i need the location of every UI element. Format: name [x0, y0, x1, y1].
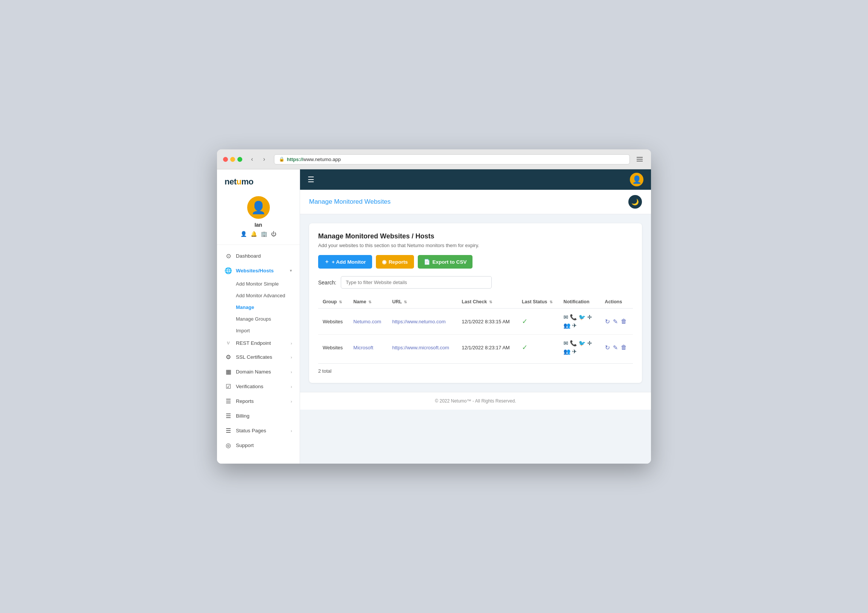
browser-menu-button[interactable] — [634, 154, 645, 164]
maximize-button[interactable] — [237, 157, 242, 162]
cell-status-1: ✓ — [518, 308, 559, 334]
export-csv-button[interactable]: 📄 Export to CSV — [418, 255, 473, 269]
name-link-2[interactable]: Microsoft — [353, 345, 373, 350]
url-link-2[interactable]: https://www.microsoft.com — [392, 345, 449, 350]
twitter-notif-icon-1[interactable]: 🐦 — [578, 314, 586, 320]
telegram-notif-icon-2[interactable]: ✈ — [572, 348, 577, 355]
status-ok-icon-2: ✓ — [522, 344, 528, 351]
sidebar-item-rest[interactable]: ⑂ REST Endpoint › — [217, 336, 300, 350]
sidebar-item-websites[interactable]: 🌐 Websites/Hosts ▾ — [217, 263, 300, 278]
status-ok-icon-1: ✓ — [522, 317, 528, 325]
sort-laststatus-icon[interactable]: ⇅ — [549, 300, 552, 304]
avatar[interactable]: 👤 — [247, 196, 270, 219]
sort-name-icon[interactable]: ⇅ — [368, 300, 371, 304]
users-notif-icon-1[interactable]: 👥 — [563, 322, 570, 329]
twitter-notif-icon-2[interactable]: 🐦 — [578, 340, 586, 347]
minimize-button[interactable] — [230, 157, 235, 162]
topbar-menu-icon[interactable]: ☰ — [308, 175, 315, 184]
refresh-icon-2[interactable]: ↻ — [605, 344, 610, 351]
verifications-icon: ☑ — [225, 383, 232, 390]
reports-icon: ☰ — [225, 398, 232, 405]
sidebar-item-label-ssl: SSL Certificates — [236, 354, 272, 360]
data-table: Group ⇅ Name ⇅ URL ⇅ — [318, 296, 633, 360]
action-icons-1: ↻ ✎ 🗑 — [605, 318, 628, 325]
refresh-icon-1[interactable]: ↻ — [605, 318, 610, 325]
add-monitor-label: + Add Monitor — [332, 259, 366, 265]
forward-button[interactable]: › — [259, 154, 270, 164]
cell-notification-1: ✉ 📞 🐦 ✛ 👥 ✈ — [559, 308, 600, 334]
edit-icon-2[interactable]: ✎ — [613, 344, 618, 351]
card-subtitle: Add your websites to this section so tha… — [318, 243, 633, 248]
sidebar-item-reports[interactable]: ☰ Reports › — [217, 394, 300, 409]
sidebar-item-billing[interactable]: ☰ Billing — [217, 409, 300, 423]
page-title: Manage Monitored Websites — [309, 198, 391, 206]
back-button[interactable]: ‹ — [247, 154, 257, 164]
email-notif-icon-2[interactable]: ✉ — [563, 340, 568, 347]
sidebar-subitem-manage[interactable]: Manage — [217, 302, 300, 313]
sidebar-logo: netumo — [217, 169, 300, 190]
name-link-1[interactable]: Netumo.com — [353, 319, 381, 324]
search-input[interactable] — [341, 276, 492, 289]
cell-name-2: Microsoft — [349, 334, 388, 361]
dashboard-icon: ⊙ — [225, 252, 232, 260]
plus-notif-icon-1[interactable]: ✛ — [587, 314, 592, 320]
sidebar-item-label-support: Support — [236, 443, 254, 448]
chevron-right-icon-reports: › — [291, 399, 292, 404]
dark-mode-button[interactable]: 🌙 — [628, 195, 642, 209]
burger-line-2 — [637, 159, 643, 159]
sidebar-subitem-add-advanced[interactable]: Add Monitor Advanced — [217, 290, 300, 302]
sidebar-subitem-add-simple[interactable]: Add Monitor Simple — [217, 278, 300, 290]
sidebar-item-support[interactable]: ◎ Support — [217, 438, 300, 453]
sidebar-subitem-manage-groups[interactable]: Manage Groups — [217, 313, 300, 325]
total-count: 2 total — [318, 368, 331, 374]
email-notif-icon-1[interactable]: ✉ — [563, 314, 568, 320]
sidebar-item-status-pages[interactable]: ☰ Status Pages › — [217, 423, 300, 438]
address-bar[interactable]: 🔒 https://www.netumo.app — [274, 154, 630, 164]
user-profile-icon[interactable]: 👤 — [240, 231, 247, 237]
sidebar-item-dashboard[interactable]: ⊙ Dashboard — [217, 249, 300, 263]
sidebar-subitem-label-add-advanced: Add Monitor Advanced — [236, 293, 285, 299]
sidebar-item-domain[interactable]: ▦ Domain Names › — [217, 364, 300, 379]
sidebar-subitem-import[interactable]: Import — [217, 325, 300, 336]
add-monitor-button[interactable]: ＋ + Add Monitor — [318, 255, 372, 269]
cell-url-1: https://www.netumo.com — [388, 308, 457, 334]
phone-notif-icon-1[interactable]: 📞 — [570, 314, 577, 320]
search-label: Search: — [318, 280, 336, 286]
edit-icon-1[interactable]: ✎ — [613, 318, 618, 325]
sidebar-item-ssl[interactable]: ⚙ SSL Certificates › — [217, 350, 300, 364]
topbar-avatar[interactable]: 👤 — [630, 173, 643, 186]
url-link-1[interactable]: https://www.netumo.com — [392, 319, 446, 324]
delete-icon-1[interactable]: 🗑 — [621, 318, 627, 325]
card-actions: ＋ + Add Monitor ◉ Reports 📄 Export to CS… — [318, 255, 633, 269]
delete-icon-2[interactable]: 🗑 — [621, 344, 627, 351]
sidebar-item-label-billing: Billing — [236, 413, 250, 419]
sort-group-icon[interactable]: ⇅ — [339, 300, 342, 304]
ssl-icon: ⚙ — [225, 353, 232, 361]
power-icon[interactable]: ⏻ — [271, 231, 276, 237]
org-icon[interactable]: 🏢 — [261, 231, 267, 237]
reports-label: Reports — [389, 259, 408, 265]
phone-notif-icon-2[interactable]: 📞 — [570, 340, 577, 347]
users-notif-icon-2[interactable]: 👥 — [563, 348, 570, 355]
user-actions: 👤 🔔 🏢 ⏻ — [240, 231, 276, 237]
reports-button[interactable]: ◉ Reports — [376, 255, 414, 269]
table-header-row: Group ⇅ Name ⇅ URL ⇅ — [318, 296, 633, 308]
sidebar: netumo 👤 Ian 👤 🔔 🏢 ⏻ ⊙ Dashboard — [217, 169, 300, 464]
sidebar-subitem-label-manage-groups: Manage Groups — [236, 316, 271, 322]
sidebar-item-label-verifications: Verifications — [236, 384, 264, 389]
close-button[interactable] — [223, 157, 228, 162]
sort-lastcheck-icon[interactable]: ⇅ — [489, 300, 492, 304]
footer-text: © 2022 Netumo™ - All Rights Reserved. — [435, 398, 516, 404]
rest-icon: ⑂ — [225, 340, 232, 346]
sidebar-user: 👤 Ian 👤 🔔 🏢 ⏻ — [217, 190, 300, 245]
main-body: Manage Monitored Websites / Hosts Add yo… — [300, 214, 651, 392]
cell-notification-2: ✉ 📞 🐦 ✛ 👥 ✈ — [559, 334, 600, 361]
sort-url-icon[interactable]: ⇅ — [404, 300, 407, 304]
cell-actions-2: ↻ ✎ 🗑 — [600, 334, 633, 361]
action-icons-2: ↻ ✎ 🗑 — [605, 344, 628, 351]
telegram-notif-icon-1[interactable]: ✈ — [572, 322, 577, 329]
notifications-icon[interactable]: 🔔 — [251, 231, 257, 237]
sidebar-item-verifications[interactable]: ☑ Verifications › — [217, 379, 300, 394]
plus-notif-icon-2[interactable]: ✛ — [587, 340, 592, 347]
sidebar-item-label-websites: Websites/Hosts — [236, 268, 274, 274]
